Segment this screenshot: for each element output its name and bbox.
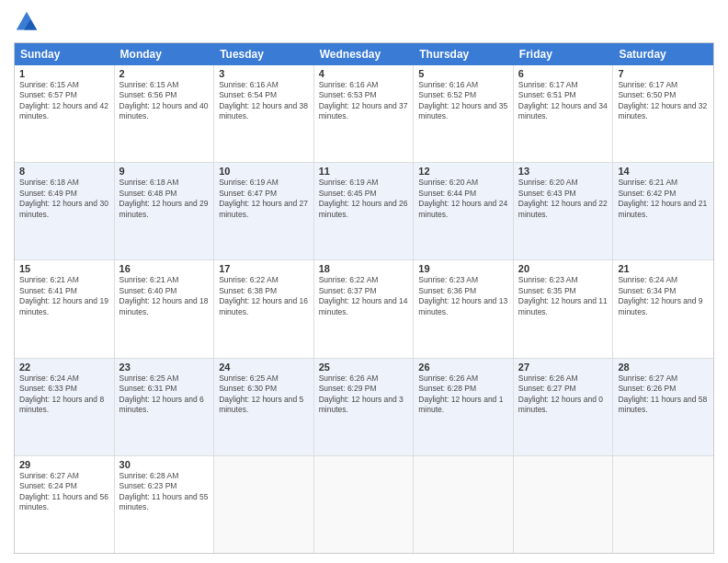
day-cell-4: 4Sunrise: 6:16 AMSunset: 6:53 PMDaylight… (314, 65, 415, 162)
day-cell-13: 13Sunrise: 6:20 AMSunset: 6:43 PMDayligh… (514, 163, 614, 259)
day-number: 13 (518, 166, 609, 177)
day-info: Sunrise: 6:26 AMSunset: 6:27 PMDaylight:… (518, 373, 609, 416)
day-cell-28: 28Sunrise: 6:27 AMSunset: 6:26 PMDayligh… (613, 359, 713, 455)
empty-cell (314, 456, 415, 553)
day-number: 16 (119, 263, 210, 274)
day-info: Sunrise: 6:26 AMSunset: 6:28 PMDaylight:… (418, 373, 508, 416)
day-number: 28 (618, 362, 709, 373)
day-info: Sunrise: 6:24 AMSunset: 6:34 PMDaylight:… (618, 275, 709, 317)
day-cell-16: 16Sunrise: 6:21 AMSunset: 6:40 PMDayligh… (115, 260, 215, 357)
day-number: 18 (319, 263, 409, 274)
day-info: Sunrise: 6:17 AMSunset: 6:51 PMDaylight:… (518, 80, 609, 122)
day-cell-17: 17Sunrise: 6:22 AMSunset: 6:38 PMDayligh… (214, 260, 314, 357)
day-info: Sunrise: 6:25 AMSunset: 6:30 PMDaylight:… (219, 373, 309, 416)
day-cell-3: 3Sunrise: 6:16 AMSunset: 6:54 PMDaylight… (214, 65, 314, 162)
day-number: 8 (19, 166, 109, 177)
day-cell-18: 18Sunrise: 6:22 AMSunset: 6:37 PMDayligh… (314, 260, 415, 357)
day-cell-1: 1Sunrise: 6:15 AMSunset: 6:57 PMDaylight… (15, 65, 115, 162)
day-number: 9 (119, 166, 210, 177)
day-cell-22: 22Sunrise: 6:24 AMSunset: 6:33 PMDayligh… (15, 359, 115, 455)
day-cell-30: 30Sunrise: 6:28 AMSunset: 6:23 PMDayligh… (115, 456, 215, 553)
day-info: Sunrise: 6:18 AMSunset: 6:49 PMDaylight:… (19, 178, 109, 220)
calendar-body: 1Sunrise: 6:15 AMSunset: 6:57 PMDaylight… (15, 65, 713, 553)
header-day-sunday: Sunday (15, 43, 115, 65)
day-info: Sunrise: 6:25 AMSunset: 6:31 PMDaylight:… (119, 373, 210, 416)
day-cell-15: 15Sunrise: 6:21 AMSunset: 6:41 PMDayligh… (15, 260, 115, 357)
day-cell-25: 25Sunrise: 6:26 AMSunset: 6:29 PMDayligh… (314, 359, 415, 455)
day-info: Sunrise: 6:18 AMSunset: 6:48 PMDaylight:… (119, 178, 210, 220)
day-cell-26: 26Sunrise: 6:26 AMSunset: 6:28 PMDayligh… (414, 359, 514, 455)
page: SundayMondayTuesdayWednesdayThursdayFrid… (0, 0, 728, 563)
header-day-wednesday: Wednesday (314, 43, 415, 65)
day-cell-14: 14Sunrise: 6:21 AMSunset: 6:42 PMDayligh… (613, 163, 713, 259)
day-cell-23: 23Sunrise: 6:25 AMSunset: 6:31 PMDayligh… (115, 359, 215, 455)
empty-cell (214, 456, 314, 553)
day-number: 21 (618, 263, 709, 274)
day-info: Sunrise: 6:22 AMSunset: 6:37 PMDaylight:… (319, 275, 409, 317)
day-info: Sunrise: 6:23 AMSunset: 6:36 PMDaylight:… (418, 275, 508, 317)
day-number: 23 (119, 362, 210, 373)
header-day-friday: Friday (514, 43, 614, 65)
day-info: Sunrise: 6:27 AMSunset: 6:24 PMDaylight:… (19, 471, 109, 513)
day-cell-19: 19Sunrise: 6:23 AMSunset: 6:36 PMDayligh… (414, 260, 514, 357)
day-number: 12 (418, 166, 508, 177)
day-number: 7 (618, 68, 709, 79)
day-cell-20: 20Sunrise: 6:23 AMSunset: 6:35 PMDayligh… (514, 260, 614, 357)
day-number: 27 (518, 362, 609, 373)
day-cell-2: 2Sunrise: 6:15 AMSunset: 6:56 PMDaylight… (115, 65, 215, 162)
day-info: Sunrise: 6:24 AMSunset: 6:33 PMDaylight:… (19, 373, 109, 416)
day-cell-24: 24Sunrise: 6:25 AMSunset: 6:30 PMDayligh… (214, 359, 314, 455)
calendar-week-2: 8Sunrise: 6:18 AMSunset: 6:49 PMDaylight… (15, 163, 713, 260)
day-number: 1 (19, 68, 109, 79)
day-cell-10: 10Sunrise: 6:19 AMSunset: 6:47 PMDayligh… (214, 163, 314, 259)
empty-cell (414, 456, 514, 553)
calendar: SundayMondayTuesdayWednesdayThursdayFrid… (14, 42, 714, 554)
day-cell-11: 11Sunrise: 6:19 AMSunset: 6:45 PMDayligh… (314, 163, 415, 259)
day-number: 29 (19, 459, 109, 470)
day-info: Sunrise: 6:19 AMSunset: 6:45 PMDaylight:… (319, 178, 409, 220)
day-number: 20 (518, 263, 609, 274)
day-info: Sunrise: 6:23 AMSunset: 6:35 PMDaylight:… (518, 275, 609, 317)
day-number: 6 (518, 68, 609, 79)
calendar-week-5: 29Sunrise: 6:27 AMSunset: 6:24 PMDayligh… (15, 456, 713, 553)
calendar-week-3: 15Sunrise: 6:21 AMSunset: 6:41 PMDayligh… (15, 260, 713, 358)
day-number: 2 (119, 68, 210, 79)
day-number: 4 (319, 68, 409, 79)
day-info: Sunrise: 6:17 AMSunset: 6:50 PMDaylight:… (618, 80, 709, 122)
day-info: Sunrise: 6:16 AMSunset: 6:53 PMDaylight:… (319, 80, 409, 122)
day-info: Sunrise: 6:27 AMSunset: 6:26 PMDaylight:… (618, 373, 709, 416)
day-number: 3 (219, 68, 309, 79)
day-number: 25 (319, 362, 409, 373)
day-number: 24 (219, 362, 309, 373)
day-info: Sunrise: 6:16 AMSunset: 6:52 PMDaylight:… (418, 80, 508, 122)
day-number: 11 (319, 166, 409, 177)
day-number: 17 (219, 263, 309, 274)
day-cell-5: 5Sunrise: 6:16 AMSunset: 6:52 PMDaylight… (414, 65, 514, 162)
day-info: Sunrise: 6:21 AMSunset: 6:42 PMDaylight:… (618, 178, 709, 220)
logo-icon (14, 9, 40, 35)
day-number: 5 (418, 68, 508, 79)
day-cell-7: 7Sunrise: 6:17 AMSunset: 6:50 PMDaylight… (613, 65, 713, 162)
header-day-saturday: Saturday (613, 43, 713, 65)
header (14, 9, 714, 35)
header-day-monday: Monday (115, 43, 215, 65)
header-day-thursday: Thursday (414, 43, 514, 65)
day-info: Sunrise: 6:21 AMSunset: 6:41 PMDaylight:… (19, 275, 109, 317)
day-number: 19 (418, 263, 508, 274)
day-info: Sunrise: 6:26 AMSunset: 6:29 PMDaylight:… (319, 373, 409, 416)
day-cell-8: 8Sunrise: 6:18 AMSunset: 6:49 PMDaylight… (15, 163, 115, 259)
calendar-header: SundayMondayTuesdayWednesdayThursdayFrid… (15, 43, 713, 65)
day-info: Sunrise: 6:15 AMSunset: 6:57 PMDaylight:… (19, 80, 109, 122)
day-number: 15 (19, 263, 109, 274)
day-cell-29: 29Sunrise: 6:27 AMSunset: 6:24 PMDayligh… (15, 456, 115, 553)
day-cell-12: 12Sunrise: 6:20 AMSunset: 6:44 PMDayligh… (414, 163, 514, 259)
calendar-week-4: 22Sunrise: 6:24 AMSunset: 6:33 PMDayligh… (15, 359, 713, 456)
day-cell-27: 27Sunrise: 6:26 AMSunset: 6:27 PMDayligh… (514, 359, 614, 455)
day-info: Sunrise: 6:22 AMSunset: 6:38 PMDaylight:… (219, 275, 309, 317)
logo (14, 9, 43, 35)
day-info: Sunrise: 6:19 AMSunset: 6:47 PMDaylight:… (219, 178, 309, 220)
day-info: Sunrise: 6:15 AMSunset: 6:56 PMDaylight:… (119, 80, 210, 122)
empty-cell (514, 456, 614, 553)
day-info: Sunrise: 6:21 AMSunset: 6:40 PMDaylight:… (119, 275, 210, 317)
day-info: Sunrise: 6:20 AMSunset: 6:44 PMDaylight:… (418, 178, 508, 220)
